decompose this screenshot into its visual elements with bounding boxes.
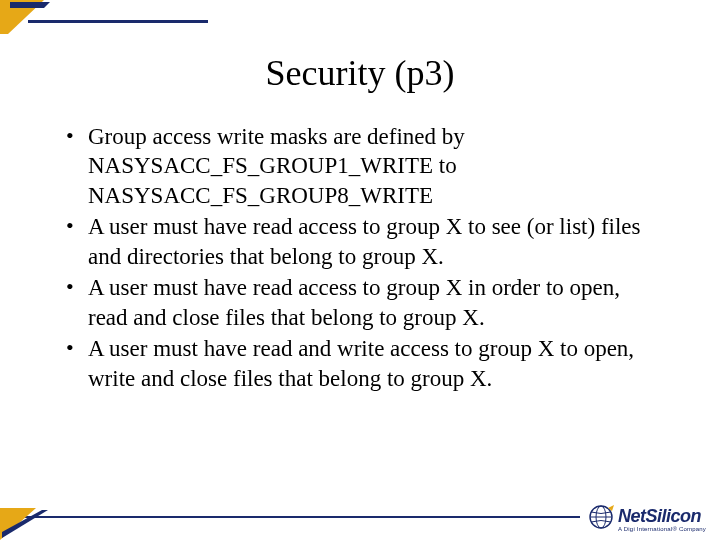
bullet-list: Group access write masks are defined by … bbox=[62, 122, 664, 393]
globe-icon bbox=[588, 504, 614, 534]
bullet-item: A user must have read and write access t… bbox=[62, 334, 664, 393]
logo-brand-text: NetSilicon bbox=[618, 507, 701, 525]
bottom-corner-accent bbox=[0, 480, 70, 540]
slide-body: Group access write masks are defined by … bbox=[62, 122, 664, 393]
bullet-item: A user must have read access to group X … bbox=[62, 273, 664, 332]
brand-logo: NetSilicon A Digi International® Company bbox=[580, 504, 706, 534]
slide-title: Security (p3) bbox=[0, 52, 720, 94]
top-rule bbox=[28, 20, 208, 23]
bullet-text: A user must have read and write access t… bbox=[88, 336, 634, 390]
bullet-item: A user must have read access to group X … bbox=[62, 212, 664, 271]
bullet-text: A user must have read access to group X … bbox=[88, 275, 620, 329]
bullet-text: A user must have read access to group X … bbox=[88, 214, 640, 268]
bullet-item: Group access write masks are defined by … bbox=[62, 122, 664, 210]
bullet-text: Group access write masks are defined by … bbox=[88, 124, 465, 208]
logo-tagline: A Digi International® Company bbox=[618, 526, 706, 532]
top-corner-accent bbox=[0, 0, 70, 34]
svg-marker-1 bbox=[10, 2, 50, 8]
